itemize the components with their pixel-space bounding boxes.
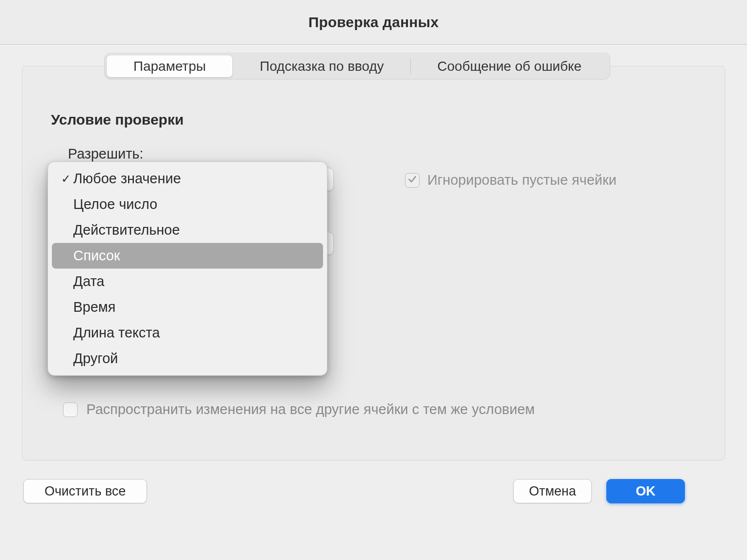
option-label: Дата: [73, 273, 104, 289]
propagate-row: Распространить изменения на все другие я…: [63, 401, 535, 417]
tab-parameters[interactable]: Параметры: [106, 55, 233, 78]
option-label: Другой: [73, 351, 118, 367]
button-label: OK: [636, 484, 656, 499]
option-label: Время: [73, 299, 115, 315]
option-label: Целое число: [73, 196, 157, 212]
allow-option-decimal[interactable]: Действительное: [52, 217, 323, 243]
tab-label: Параметры: [133, 59, 206, 74]
option-label: Длина текста: [73, 325, 160, 341]
allow-option-date[interactable]: Дата: [52, 269, 323, 294]
tab-label: Подсказка по вводу: [260, 59, 384, 74]
ignore-blank-label: Игнорировать пустые ячейки: [427, 172, 617, 188]
allow-option-time[interactable]: Время: [52, 294, 323, 320]
tabstrip: Параметры Подсказка по вводу Сообщение о…: [104, 53, 610, 80]
clear-all-button[interactable]: Очистить все: [23, 479, 147, 503]
checkmark-icon: [407, 175, 417, 186]
tab-input-hint[interactable]: Подсказка по вводу: [233, 55, 410, 78]
ignore-blank-row: Игнорировать пустые ячейки: [405, 172, 617, 188]
allow-option-integer[interactable]: Целое число: [52, 192, 323, 217]
section-validation-title: Условие проверки: [51, 112, 184, 128]
option-label: Любое значение: [73, 171, 181, 187]
allow-option-custom[interactable]: Другой: [52, 346, 323, 371]
cancel-button[interactable]: Отмена: [513, 479, 592, 503]
window-title: Проверка данных: [309, 14, 439, 31]
option-label: Список: [73, 248, 120, 264]
option-label: Действительное: [73, 222, 180, 238]
button-label: Очистить все: [45, 484, 126, 499]
allow-option-any[interactable]: ✓ Любое значение: [52, 166, 323, 192]
allow-option-textlen[interactable]: Длина текста: [52, 320, 323, 346]
tab-label: Сообщение об ошибке: [438, 59, 582, 74]
allow-label: Разрешить:: [68, 146, 144, 162]
checkmark-icon: ✓: [59, 172, 73, 186]
ok-button[interactable]: OK: [606, 479, 685, 503]
propagate-checkbox: [63, 402, 78, 417]
ignore-blank-checkbox: [405, 173, 420, 188]
tab-error-message[interactable]: Сообщение об ошибке: [410, 55, 608, 78]
allow-dropdown-popup: ✓ Любое значение Целое число Действитель…: [48, 161, 327, 376]
titlebar: Проверка данных: [0, 0, 747, 45]
allow-option-list[interactable]: Список: [52, 243, 323, 269]
button-label: Отмена: [529, 484, 576, 499]
propagate-label: Распространить изменения на все другие я…: [86, 401, 535, 417]
